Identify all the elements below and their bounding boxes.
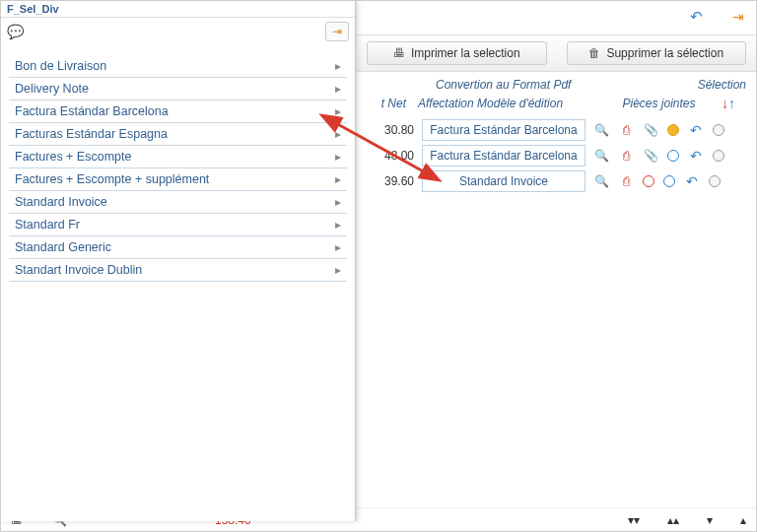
model-select[interactable]: Factura Estándar Barcelona [422, 119, 585, 141]
chevron-right-icon: ▸ [335, 218, 341, 232]
column-headers: t Net Affectation Modèle d'édition Pièce… [357, 94, 756, 117]
template-item[interactable]: Factures + Escompte▸ [9, 146, 347, 168]
main-toolbar: ↶ ⇥ [357, 1, 756, 34]
template-selector-panel: F_Sel_Div 💬 ⇥ Bon de Livraison▸Delivery … [1, 1, 356, 521]
template-item-label: Standard Fr [15, 218, 80, 232]
template-item[interactable]: Bon de Livraison▸ [9, 55, 347, 78]
row-icons: 🔍⎙📎↶ [593, 148, 746, 164]
template-item-label: Factures + Escompte + supplément [15, 172, 209, 186]
chevron-right-icon: ▸ [335, 82, 341, 96]
row-undo-icon[interactable]: ↶ [688, 148, 704, 164]
attachment-icon[interactable]: 📎 [643, 123, 658, 137]
page-down-icon[interactable]: ▾ [707, 513, 713, 527]
print-label: Imprimer la selection [411, 46, 520, 60]
col-sort: ↓↑ [711, 96, 746, 111]
exit-icon[interactable]: ⇥ [732, 9, 744, 25]
preview-icon[interactable]: 🔍 [593, 149, 609, 163]
net-amount: 30.80 [367, 123, 414, 137]
template-item[interactable]: Standard Invoice▸ [9, 191, 347, 214]
row-undo-icon[interactable]: ↶ [688, 122, 704, 138]
attachment-icon[interactable]: 📎 [643, 149, 658, 163]
template-item-label: Factures + Escompte [15, 150, 131, 164]
row-icons: 🔍⎙↶ [593, 173, 746, 189]
col-model: Affectation Modèle d'édition [406, 97, 607, 110]
col-net: t Net [367, 97, 406, 110]
model-select[interactable]: Standard Invoice [422, 170, 585, 192]
template-item-label: Delivery Note [15, 82, 89, 96]
pdf-icon[interactable]: ⎙ [618, 149, 634, 163]
close-panel-button[interactable]: ⇥ [325, 22, 349, 41]
chevron-right-icon: ▸ [335, 195, 341, 209]
chat-icon[interactable]: 💬 [7, 24, 24, 39]
template-item[interactable]: Standard Fr▸ [9, 214, 347, 236]
template-item[interactable]: Factura Estándar Barcelona▸ [9, 100, 347, 123]
preview-icon[interactable]: 🔍 [593, 123, 609, 137]
template-item[interactable]: Delivery Note▸ [9, 78, 347, 100]
chevron-right-icon: ▸ [335, 240, 341, 254]
template-list: Bon de Livraison▸Delivery Note▸Factura E… [1, 49, 355, 288]
delete-label: Supprimer la sélection [606, 46, 723, 60]
template-item-label: Bon de Livraison [15, 59, 106, 73]
selection-header-label: Sélection [698, 78, 746, 92]
template-item-label: Facturas Estándar Espagna [15, 127, 168, 141]
pdf-icon[interactable]: ⎙ [618, 123, 634, 137]
print-selection-button[interactable]: 🖶 Imprimer la selection [367, 41, 547, 65]
template-item-label: Standard Generic [15, 240, 111, 254]
net-amount: 39.60 [367, 174, 414, 188]
chevron-right-icon: ▸ [335, 104, 341, 118]
status-dot-icon[interactable] [667, 150, 679, 162]
action-bar: 🖶 Imprimer la selection 🗑 Supprimer la s… [357, 34, 756, 72]
table-row: 48.00Factura Estándar Barcelona🔍⎙📎↶ [357, 143, 756, 168]
pager: ▾▾ ▴▴ ▾ ▴ [628, 513, 746, 527]
status-dot-icon[interactable] [663, 175, 675, 187]
template-item-label: Standart Invoice Dublin [15, 263, 142, 277]
delete-selection-button[interactable]: 🗑 Supprimer la sélection [567, 41, 747, 65]
table-row: 39.60Standard Invoice🔍⎙↶ [357, 168, 756, 194]
chevron-right-icon: ▸ [335, 59, 341, 73]
chevron-right-icon: ▸ [335, 172, 341, 186]
table-row: 30.80Factura Estándar Barcelona🔍⎙📎↶ [357, 117, 756, 143]
printer-icon: 🖶 [393, 46, 405, 60]
trash-icon: 🗑 [588, 46, 600, 60]
chevron-right-icon: ▸ [335, 127, 341, 141]
row-select-radio[interactable] [713, 124, 724, 136]
undo-icon[interactable]: ↶ [690, 8, 703, 26]
row-undo-icon[interactable]: ↶ [684, 173, 700, 189]
panel-toolbar: 💬 ⇥ [1, 18, 355, 49]
net-amount: 48.00 [367, 149, 414, 163]
status-dot-icon[interactable] [667, 124, 679, 136]
page-up-icon[interactable]: ▴ [740, 513, 746, 527]
chevron-right-icon: ▸ [335, 263, 341, 277]
sub-header: Convertion au Format Pdf Sélection [357, 72, 756, 94]
main-panel: ↶ ⇥ 🖶 Imprimer la selection 🗑 Supprimer … [356, 1, 756, 521]
sort-icon[interactable]: ↓↑ [722, 96, 735, 111]
attachment-icon[interactable] [643, 175, 654, 187]
page-prev-icon[interactable]: ▴▴ [667, 513, 679, 527]
convert-pdf-label: Convertion au Format Pdf [436, 78, 571, 92]
template-item[interactable]: Facturas Estándar Espagna▸ [9, 123, 347, 146]
col-attachments: Pièces jointes [607, 97, 711, 110]
template-item[interactable]: Factures + Escompte + supplément▸ [9, 168, 347, 191]
row-select-radio[interactable] [713, 150, 724, 162]
template-item-label: Standard Invoice [15, 195, 107, 209]
model-select[interactable]: Factura Estándar Barcelona [422, 145, 585, 166]
preview-icon[interactable]: 🔍 [593, 174, 609, 188]
data-rows: 30.80Factura Estándar Barcelona🔍⎙📎↶48.00… [357, 117, 756, 194]
template-item[interactable]: Standart Invoice Dublin▸ [9, 259, 347, 282]
template-item[interactable]: Standard Generic▸ [9, 236, 347, 259]
pdf-icon[interactable]: ⎙ [618, 174, 634, 188]
page-first-icon[interactable]: ▾▾ [628, 513, 640, 527]
chevron-right-icon: ▸ [335, 150, 341, 164]
row-select-radio[interactable] [709, 175, 721, 187]
window-title: F_Sel_Div [1, 1, 355, 18]
template-item-label: Factura Estándar Barcelona [15, 104, 169, 118]
row-icons: 🔍⎙📎↶ [593, 122, 746, 138]
